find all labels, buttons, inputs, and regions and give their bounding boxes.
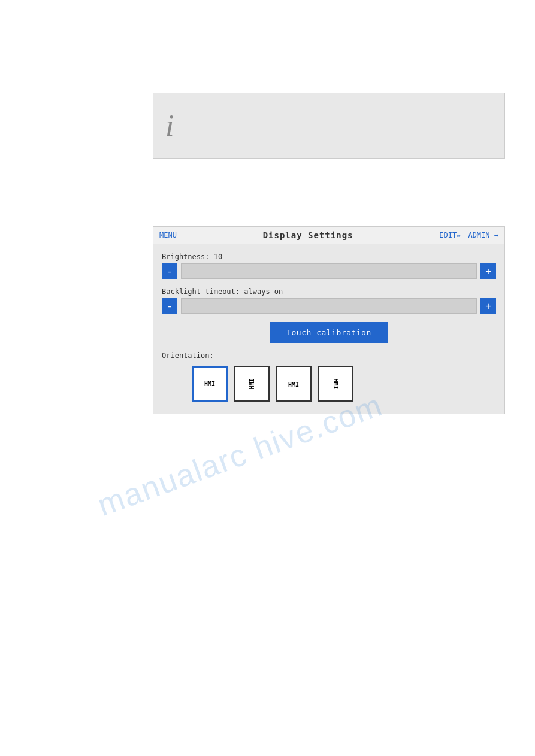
backlight-increase-button[interactable]: + xyxy=(480,298,496,314)
orientation-180-label: IWH xyxy=(288,381,299,387)
orientation-270-label: HMI xyxy=(333,378,339,389)
bottom-divider xyxy=(18,714,517,714)
info-box: i xyxy=(153,93,505,159)
touch-calibration-button[interactable]: Touch calibration xyxy=(270,322,388,343)
touch-calibration-row: Touch calibration xyxy=(162,322,496,343)
orientation-normal-label: HMI xyxy=(204,381,215,387)
brightness-decrease-button[interactable]: - xyxy=(162,263,177,279)
panel-title: Display Settings xyxy=(263,230,353,240)
backlight-slider-row: - + xyxy=(162,298,496,314)
display-settings-panel: MENU Display Settings EDIT✏ ADMIN → Brig… xyxy=(153,226,505,414)
menu-link[interactable]: MENU xyxy=(159,231,177,239)
backlight-decrease-button[interactable]: - xyxy=(162,298,177,314)
admin-link[interactable]: ADMIN → xyxy=(468,231,498,239)
brightness-label: Brightness: 10 xyxy=(162,253,496,261)
edit-link[interactable]: EDIT✏ xyxy=(439,231,461,239)
panel-header: MENU Display Settings EDIT✏ ADMIN → xyxy=(153,226,505,244)
brightness-slider-track[interactable] xyxy=(181,263,477,279)
top-divider xyxy=(18,42,517,42)
panel-body: Brightness: 10 - + Backlight timeout: al… xyxy=(153,244,505,414)
orientation-90-label: HMI xyxy=(249,378,255,389)
orientation-270-button[interactable]: HMI xyxy=(318,366,353,402)
panel-header-actions: EDIT✏ ADMIN → xyxy=(439,231,498,239)
backlight-label: Backlight timeout: always on xyxy=(162,287,496,296)
orientation-90-button[interactable]: HMI xyxy=(234,366,270,402)
orientation-label: Orientation: xyxy=(162,351,496,360)
backlight-slider-track[interactable] xyxy=(181,298,477,314)
info-icon: i xyxy=(165,110,174,141)
orientation-normal-button[interactable]: HMI xyxy=(192,366,228,402)
brightness-slider-row: - + xyxy=(162,263,496,279)
orientation-buttons: HMI HMI IWH HMI xyxy=(162,366,496,402)
orientation-180-button[interactable]: IWH xyxy=(276,366,312,402)
brightness-increase-button[interactable]: + xyxy=(480,263,496,279)
